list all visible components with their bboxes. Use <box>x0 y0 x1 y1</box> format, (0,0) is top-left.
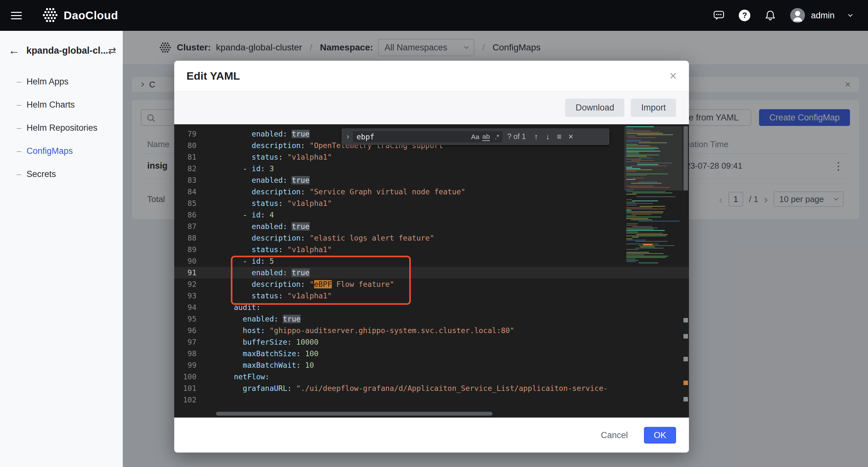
code-line-98[interactable]: 98 maxBatchSize: 100 <box>174 348 689 359</box>
code-line-87[interactable]: 87 enabled: true <box>174 221 689 232</box>
ruler-mark <box>683 318 688 323</box>
toggle-replace-icon[interactable]: › <box>343 132 352 141</box>
code-line-102[interactable]: 102 <box>174 394 689 406</box>
sidebar-item-helm-apps[interactable]: –Helm Apps <box>0 70 123 93</box>
line-content: enabled: true <box>216 313 301 325</box>
line-number: 81 <box>174 151 196 163</box>
whole-word-icon[interactable]: ab <box>480 132 492 142</box>
code-line-81[interactable]: 81 status: "v1alpha1" <box>174 151 689 163</box>
code-line-91[interactable]: 91 enabled: true <box>174 267 689 278</box>
code-line-89[interactable]: 89 status: "v1alpha1" <box>174 244 689 255</box>
line-number: 95 <box>174 313 196 325</box>
sidebar-header: ← kpanda-global-cl... ⇄ <box>0 31 123 70</box>
code-line-86[interactable]: 86 - id: 4 <box>174 209 689 221</box>
line-content: - id: 4 <box>216 209 274 221</box>
prev-match-icon[interactable]: ↑ <box>530 131 542 142</box>
bell-icon[interactable] <box>765 10 776 21</box>
chat-icon[interactable] <box>713 10 724 21</box>
yaml-editor[interactable]: 79 enabled: true80 description: "OpenTel… <box>174 124 689 418</box>
sidebar-item-helm-repositories[interactable]: –Helm Repositories <box>0 116 123 139</box>
code-line-100[interactable]: 100 netFlow: <box>174 371 689 382</box>
close-icon[interactable]: × <box>670 70 677 82</box>
line-number: 89 <box>174 244 196 255</box>
sidebar-item-label: Helm Repositories <box>26 123 97 133</box>
code-line-101[interactable]: 101 grafanaURL: "./ui/deepflow-grafana/d… <box>174 382 689 394</box>
line-content: enabled: true <box>216 221 310 232</box>
code-line-93[interactable]: 93 status: "v1alpha1" <box>174 290 689 302</box>
line-number: 93 <box>174 290 196 302</box>
line-number: 102 <box>174 394 196 406</box>
line-number: 79 <box>174 128 196 140</box>
code-line-95[interactable]: 95 enabled: true <box>174 313 689 325</box>
line-content: - id: 5 <box>216 255 274 267</box>
minimap[interactable] <box>624 124 682 418</box>
line-content: enabled: true <box>216 267 310 278</box>
modal-toolbar: Download Import <box>174 91 689 124</box>
help-icon[interactable]: ? <box>739 10 750 21</box>
sidebar-item-configmaps[interactable]: –ConfigMaps <box>0 139 123 163</box>
ok-button[interactable]: OK <box>644 427 676 443</box>
line-number: 82 <box>174 163 196 174</box>
horizontal-scrollbar-thumb[interactable] <box>216 412 493 415</box>
line-content: status: "v1alpha1" <box>216 151 332 163</box>
sidebar-item-label: Helm Apps <box>26 77 68 87</box>
code-line-85[interactable]: 85 status: "v1alpha1" <box>174 198 689 209</box>
back-arrow-icon[interactable]: ← <box>8 44 20 57</box>
line-content: audit: <box>216 302 261 313</box>
line-content: host: "ghippo-auditserver.ghippo-system.… <box>216 325 515 336</box>
code-line-83[interactable]: 83 enabled: true <box>174 174 689 186</box>
sidebar-item-helm-charts[interactable]: –Helm Charts <box>0 93 123 116</box>
line-number: 94 <box>174 302 196 313</box>
code-line-97[interactable]: 97 bufferSize: 10000 <box>174 336 689 348</box>
code-lines: 79 enabled: true80 description: "OpenTel… <box>174 128 689 406</box>
cancel-button[interactable]: Cancel <box>601 430 628 440</box>
sidebar: ← kpanda-global-cl... ⇄ WorkloadsHelm Ap… <box>0 31 123 467</box>
ruler-mark <box>683 334 688 338</box>
chevron-down-icon[interactable] <box>848 12 852 17</box>
line-content: enabled: true <box>216 128 310 140</box>
ruler-mark <box>683 357 688 361</box>
line-number: 101 <box>174 382 196 394</box>
line-content: - id: 3 <box>216 163 274 174</box>
switch-cluster-icon[interactable]: ⇄ <box>108 45 116 56</box>
code-line-94[interactable]: 94 audit: <box>174 302 689 313</box>
import-button[interactable]: Import <box>631 99 676 117</box>
code-line-88[interactable]: 88 description: "elastic logs alert feat… <box>174 232 689 244</box>
menu-icon[interactable] <box>11 12 22 19</box>
avatar[interactable] <box>790 8 805 23</box>
daocloud-logo-icon <box>42 7 59 24</box>
line-number: 96 <box>174 325 196 336</box>
line-number: 100 <box>174 371 196 382</box>
regex-icon[interactable]: .* <box>492 132 502 142</box>
scrollbar[interactable] <box>682 124 689 418</box>
sub-item-dash: – <box>17 77 21 87</box>
line-content: enabled: true <box>216 174 310 186</box>
code-line-99[interactable]: 99 maxBatchWait: 10 <box>174 359 689 371</box>
user-name[interactable]: admin <box>811 10 835 21</box>
brand-logo: DaoCloud <box>42 7 118 24</box>
scrollbar-thumb[interactable] <box>683 126 688 191</box>
ruler-mark-match <box>683 380 688 385</box>
line-number: 84 <box>174 186 196 198</box>
find-input[interactable]: Aa ab .* <box>352 131 503 143</box>
line-content: netFlow: <box>216 371 270 382</box>
line-content: status: "v1alpha1" <box>216 198 332 209</box>
sidebar-item-secrets[interactable]: –Secrets <box>0 163 123 186</box>
line-content: grafanaURL: "./ui/deepflow-grafana/d/App… <box>216 382 608 394</box>
find-in-selection-icon[interactable]: ≡ <box>554 131 565 142</box>
line-content: maxBatchSize: 100 <box>216 348 318 359</box>
close-find-icon[interactable]: × <box>565 131 577 142</box>
find-widget: › Aa ab .* ? of 1 ↑ ↓ ≡ × <box>342 129 609 145</box>
next-match-icon[interactable]: ↓ <box>542 131 554 142</box>
line-number: 87 <box>174 221 196 232</box>
code-line-96[interactable]: 96 host: "ghippo-auditserver.ghippo-syst… <box>174 325 689 336</box>
code-line-90[interactable]: 90 - id: 5 <box>174 255 689 267</box>
find-query[interactable] <box>356 133 470 141</box>
code-line-84[interactable]: 84 description: "Service Graph virtual n… <box>174 186 689 198</box>
download-button[interactable]: Download <box>565 99 624 117</box>
code-line-92[interactable]: 92 description: "eBPF Flow feature" <box>174 278 689 290</box>
line-number: 80 <box>174 140 196 151</box>
line-number: 90 <box>174 255 196 267</box>
match-case-icon[interactable]: Aa <box>470 132 480 142</box>
code-line-82[interactable]: 82 - id: 3 <box>174 163 689 174</box>
